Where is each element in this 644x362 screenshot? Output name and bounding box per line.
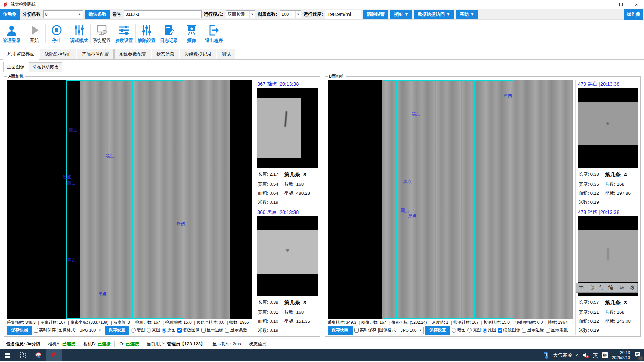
subtab-front-image[interactable]: 正面图像 (3, 62, 28, 72)
panel-a-original-image-radio[interactable]: 原图 (162, 327, 176, 333)
exit-program-button[interactable]: 退出程序 (203, 22, 225, 46)
panel-b-show-strips-checkbox[interactable]: 显示条数 (546, 327, 568, 333)
restore-button[interactable] (613, 0, 629, 9)
panel-a-save-snapshot-button[interactable]: 保存快照 (7, 326, 32, 335)
tab-edge-data-record[interactable]: 边缘数据记录 (180, 49, 216, 59)
run-mode-dropdown[interactable]: 双面检测▼ (226, 10, 255, 18)
task-view-button[interactable] (15, 349, 31, 361)
tray-expand-chevron[interactable]: ^ (576, 353, 578, 358)
panel-b-show-edge-checkbox[interactable]: 显示边缘 (522, 327, 544, 333)
display-time-value: 2ms (233, 341, 241, 346)
defect-card[interactable]: 367 挫伤 |20:13:38 长度: 2.17第几条: 8 宽度: 0.54… (257, 80, 318, 207)
panel-b-image-format-dropdown[interactable]: JPG 100▼ (399, 327, 424, 334)
panel-a-realtime-save-checkbox[interactable]: 实时保存 (34, 327, 56, 333)
vision-app-taskbar-button[interactable] (46, 349, 62, 361)
roll-number-input[interactable]: 3117-1 (124, 10, 202, 18)
notification-center-button[interactable]: 6 (634, 352, 641, 359)
ime-fullwidth-moon-icon[interactable]: ☽ (589, 284, 594, 291)
defect-card[interactable]: 478 挫伤 |20:13:38 长度: 0.57第几条: 3 宽度: 0.21… (578, 208, 638, 335)
panel-b-save-snapshot-button[interactable]: 保存快照 (328, 326, 353, 335)
panel-a-save-settings-button[interactable]: 保存设置 (105, 326, 129, 335)
ime-chinese-mode-icon[interactable]: 中 (578, 284, 584, 292)
clear-alarm-button[interactable]: 清除报警 (363, 10, 388, 19)
ime-punctuation-icon[interactable]: °, (599, 284, 603, 291)
defect-info: 长度: 0.38第几条: 4 宽度: 0.35片数: 168 面积: 0.12坐… (578, 168, 638, 207)
view-menu-button[interactable]: 视图 ▼ (390, 10, 412, 19)
drive-side-button[interactable]: 传动侧 (0, 9, 20, 20)
data-quick-access-menu-button[interactable]: 数据快捷访问 ▼ (414, 10, 454, 19)
defect-id: 479 (578, 81, 586, 87)
chart-points-dropdown[interactable]: 100▼ (280, 10, 301, 18)
help-menu-button[interactable]: 帮助 ▼ (456, 10, 478, 19)
start-button[interactable] (0, 349, 15, 361)
thermometer-icon (544, 352, 549, 359)
tab-system-param-config[interactable]: 系统参数配置 (114, 49, 151, 59)
tab-size-monitor[interactable]: 尺寸监控界面 (3, 49, 39, 60)
panel-b-original-image-radio[interactable]: 原图 (483, 327, 496, 333)
panel-a-image-format-label: |图像格式: (57, 327, 76, 333)
panel-b-dark-image-radio[interactable]: 暗图 (452, 327, 466, 333)
tab-defect-monitor[interactable]: 缺陷监控界面 (40, 49, 76, 59)
camera-a-image[interactable]: 黑点黑点黑点黑点挫伤黑点黑点 (7, 80, 252, 319)
taskbar-clock[interactable]: 20:13 2025/2/10 (612, 350, 630, 360)
log-record-button[interactable]: 日志记录 (158, 22, 180, 46)
sliders-vertical-icon (73, 24, 85, 36)
defect-overlay-label: 黑点 (412, 111, 420, 116)
parameter-settings-button[interactable]: 参数设置 (113, 22, 135, 46)
panel-b-save-settings-button[interactable]: 保存设置 (425, 326, 450, 335)
tab-status-info[interactable]: 状态信息 (152, 49, 179, 59)
subtab-distribution-trend[interactable]: 分布趋势图表 (29, 62, 62, 72)
minimize-button[interactable]: – (598, 0, 613, 9)
language-indicator[interactable]: 英 (593, 352, 598, 359)
panel-camera-b: B面相机 挫伤黑点黑点黑点黑点 采集耗时: 349.3 ｜图像计数: 167 ｜… (325, 76, 641, 337)
defect-card[interactable]: 366 黑点 |20:13:38 长度: 0.38第几条: 3 宽度: 0.31… (257, 208, 318, 335)
ime-indicator[interactable]: 拼 (602, 352, 608, 358)
panel-b-realtime-save-checkbox[interactable]: 实时保存 (354, 327, 376, 333)
admin-login-button[interactable]: 管理登录 (1, 22, 23, 46)
confirm-count-button[interactable]: 确认条数 (85, 10, 110, 19)
menu-arrow-icon: ▼ (446, 12, 450, 17)
speaker-muted-icon[interactable] (582, 352, 589, 358)
tab-test[interactable]: 测试 (217, 49, 235, 59)
camera-a-controls: 保存快照 实时保存 |图像格式: JPG 100▼ 保存设置 暗图 亮图 原图 … (7, 326, 252, 335)
ime-simplified-icon[interactable]: 简 (608, 284, 614, 292)
panel-a-zoom-image-checkbox[interactable]: 缩放图像 (177, 327, 200, 333)
tab-product-model-config[interactable]: 产品型号配置 (77, 49, 114, 59)
operator-side-button[interactable]: 操作侧 (624, 9, 644, 20)
defect-id: 367 (257, 81, 265, 87)
panel-a-dark-image-radio[interactable]: 暗图 (131, 327, 145, 333)
defect-id: 478 (578, 209, 586, 215)
camera-button[interactable]: 摄像 (180, 22, 203, 46)
snipping-tool-button[interactable] (31, 349, 46, 361)
weather-text[interactable]: 天气寒冷 (553, 352, 572, 358)
run-speed-value: 198.9m/mi (325, 10, 361, 19)
defect-thumbnail[interactable] (257, 88, 318, 168)
slit-count-label: 分切条数 (23, 11, 41, 17)
panel-a-image-format-dropdown[interactable]: JPG 100▼ (78, 327, 103, 334)
panel-b-zoom-image-checkbox[interactable]: 缩放图像 (498, 327, 520, 333)
camera-panels: A面相机 黑点黑点黑点黑点挫伤黑点黑点 采集耗时: 348.3 ｜图像计数: 1… (0, 72, 644, 338)
roll-number-label: 卷号 (112, 11, 121, 17)
panel-b-title: B面相机 (328, 74, 346, 79)
system-config-button[interactable]: 系统配置 (91, 22, 113, 46)
close-button[interactable]: × (629, 0, 644, 9)
panel-a-show-edge-checkbox[interactable]: 显示边缘 (201, 327, 223, 333)
defect-settings-button[interactable]: 缺陷设置 (136, 22, 158, 46)
defect-card[interactable]: 479 黑点 |20:13:38 长度: 0.38第几条: 4 宽度: 0.35… (578, 80, 638, 207)
camera-b-controls: 保存快照 实时保存 |图像格式: JPG 100▼ 保存设置 暗图 亮图 原图 … (328, 326, 573, 335)
start-button[interactable]: 开始 (23, 22, 45, 46)
stop-button[interactable]: 停止 (46, 22, 68, 46)
defect-thumbnail[interactable] (257, 216, 318, 296)
panel-a-show-strips-checkbox[interactable]: 显示条数 (225, 327, 247, 333)
defect-thumbnail[interactable] (578, 88, 638, 168)
ime-emoji-icon[interactable]: ☺ (619, 284, 625, 291)
debug-mode-button[interactable]: 调试模式 (68, 22, 90, 46)
panel-b-bright-image-radio[interactable]: 亮图 (467, 327, 481, 333)
panel-a-bright-image-radio[interactable]: 亮图 (147, 327, 160, 333)
slit-count-dropdown[interactable]: 8▼ (43, 10, 83, 18)
defect-overlay-label: 挫伤 (503, 93, 512, 99)
camera-b-image[interactable]: 挫伤黑点黑点黑点黑点 (328, 80, 573, 319)
ime-settings-gear-icon[interactable]: ⚙ (630, 284, 635, 291)
defect-overlay-label: 黑点 (67, 181, 75, 186)
app-statusbar: 设备信息: 3#分切 相机A:已连接 相机B:已连接 IO:已连接 当前用户:管… (0, 338, 644, 349)
